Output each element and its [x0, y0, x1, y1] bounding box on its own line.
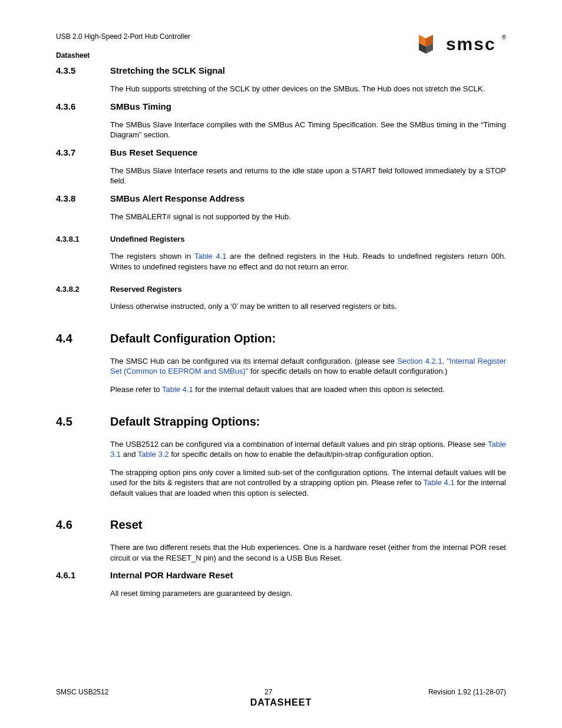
page-number: 27 [265, 688, 272, 696]
heading-4-3-8-1: 4.3.8.1 Undefined Registers [56, 235, 506, 243]
section-number: 4.3.8.1 [56, 235, 110, 243]
link-table-3-2[interactable]: Table 3.2 [138, 450, 169, 459]
heading-4-6: 4.6 Reset [56, 518, 506, 532]
section-title: Internal POR Hardware Reset [110, 570, 233, 580]
heading-4-3-7: 4.3.7 Bus Reset Sequence [56, 147, 506, 157]
section-number: 4.3.5 [56, 65, 110, 75]
logo-text: smsc [446, 34, 496, 54]
section-title: Stretching the SCLK Signal [110, 65, 225, 75]
paragraph: The strapping option pins only cover a l… [110, 467, 506, 499]
section-title: Default Configuration Option: [110, 332, 276, 345]
heading-4-3-8: 4.3.8 SMBus Alert Response Address [56, 193, 506, 203]
section-title: SMBus Alert Response Address [110, 193, 244, 203]
heading-4-3-8-2: 4.3.8.2 Reserved Registers [56, 285, 506, 294]
paragraph: Unless otherwise instructed, only a ‘0’ … [110, 301, 506, 312]
paragraph: All reset timing parameters are guarante… [110, 588, 506, 599]
paragraph: Please refer to Table 4.1 for the intern… [110, 384, 506, 395]
footer-left: SMSC USB2512 [56, 688, 108, 696]
section-number: 4.3.8 [56, 193, 110, 203]
section-number: 4.5 [56, 415, 110, 429]
paragraph: The SMBus Slave Interface resets and ret… [110, 166, 506, 186]
heading-4-5: 4.5 Default Strapping Options: [56, 415, 506, 429]
section-number: 4.6.1 [56, 570, 110, 580]
page: smsc ® USB 2.0 High-Speed 2-Port Hub Con… [0, 0, 562, 728]
heading-4-3-5: 4.3.5 Stretching the SCLK Signal [56, 65, 506, 75]
paragraph: The USB2512 can be configured via a comb… [110, 439, 506, 460]
section-title: Reserved Registers [110, 285, 181, 294]
paragraph: The SMSC Hub can be configured via its i… [110, 356, 506, 377]
paragraph: The SMBALERT# signal is not supported by… [110, 212, 506, 222]
paragraph: The SMBus Slave Interface complies with … [110, 120, 506, 140]
section-number: 4.3.8.2 [56, 285, 110, 294]
link-table-4-1[interactable]: Table 4.1 [424, 478, 455, 487]
footer-right: Revision 1.92 (11-28-07) [428, 688, 506, 696]
section-title: Undefined Registers [110, 235, 184, 243]
section-number: 4.3.6 [56, 101, 110, 111]
section-number: 4.3.7 [56, 147, 110, 157]
heading-4-3-6: 4.3.6 SMBus Timing [56, 101, 506, 111]
registered-mark: ® [502, 34, 506, 41]
footer: SMSC USB2512 27 Revision 1.92 (11-28-07)… [56, 688, 506, 708]
link-table-4-1[interactable]: Table 4.1 [194, 252, 227, 261]
section-title: SMBus Timing [110, 101, 171, 111]
heading-4-4: 4.4 Default Configuration Option: [56, 332, 506, 345]
section-number: 4.4 [56, 332, 110, 345]
link-table-4-1[interactable]: Table 4.1 [162, 385, 193, 394]
logo-icon [412, 32, 440, 56]
section-title: Reset [110, 518, 142, 532]
heading-4-6-1: 4.6.1 Internal POR Hardware Reset [56, 570, 506, 580]
section-number: 4.6 [56, 518, 110, 532]
paragraph: The Hub supports stretching of the SCLK … [110, 84, 506, 94]
section-title: Bus Reset Sequence [110, 147, 197, 157]
paragraph: The registers shown in Table 4.1 are the… [110, 251, 506, 272]
logo: smsc ® [412, 32, 506, 56]
footer-title: DATASHEET [56, 697, 506, 708]
paragraph: There are two different resets that the … [110, 542, 506, 563]
section-title: Default Strapping Options: [110, 415, 260, 429]
